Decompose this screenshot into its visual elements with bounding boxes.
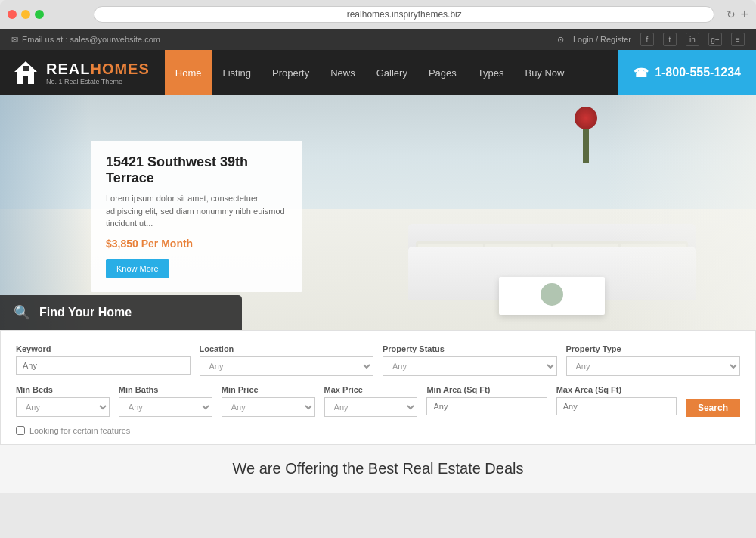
twitter-icon[interactable]: t [663,33,677,46]
search-row-2: Min Beds Any Min Baths Any Min Price Any… [16,385,740,417]
googleplus-icon[interactable]: g+ [708,33,722,46]
min-price-label: Min Price [222,385,315,394]
min-baths-field: Min Baths Any [119,385,212,417]
kitchen-area [605,95,756,330]
bottom-title: We are Offering the Best Real Estate Dea… [15,460,741,477]
find-your-home-text: Find Your Home [39,306,132,319]
nav-item-property[interactable]: Property [262,50,320,95]
main-nav: Home Listing Property News Gallery Pages… [165,50,618,95]
status-label: Property Status [383,344,557,353]
url-text: realhomes.inspirythemes.biz [347,9,462,20]
refresh-icon[interactable]: ↻ [727,8,736,20]
svg-rect-1 [23,66,29,71]
max-price-field: Max Price Any [324,385,418,417]
browser-window: realhomes.inspirythemes.biz ↻ + [0,0,756,29]
website-content: ✉ Email us at : sales@yourwebsite.com ⊙ … [0,29,756,493]
min-area-label: Min Area (Sq Ft) [426,385,547,394]
search-bar-overlay: 🔍 Find Your Home [0,295,242,330]
max-price-select[interactable]: Any [324,397,418,417]
keyword-label: Keyword [16,344,191,353]
type-label: Property Type [566,344,741,353]
logo-text: REALHOMES No. 1 Real Estate Theme [46,60,150,86]
min-baths-select[interactable]: Any [119,397,212,417]
main-header: REALHOMES No. 1 Real Estate Theme Home L… [0,50,756,95]
max-area-field: Max Area (Sq Ft) [556,385,677,417]
max-area-label: Max Area (Sq Ft) [556,385,677,394]
min-baths-label: Min Baths [119,385,212,394]
email-icon: ✉ [11,35,18,45]
top-bar-left: ✉ Email us at : sales@yourwebsite.com [11,35,160,45]
location-select[interactable]: Any [200,356,374,376]
nav-item-news[interactable]: News [320,50,366,95]
svg-marker-0 [14,61,37,84]
max-area-input[interactable] [556,397,677,415]
new-tab-icon[interactable]: + [740,7,748,23]
logo-icon [11,58,40,87]
min-price-field: Min Price Any [222,385,315,417]
email-text: Email us at : sales@yourwebsite.com [22,35,160,44]
linkedin-icon[interactable]: in [686,33,699,46]
search-icon: 🔍 [14,304,30,321]
browser-titlebar: realhomes.inspirythemes.biz ↻ + [0,6,756,29]
keyword-field: Keyword [16,344,191,376]
nav-item-home[interactable]: Home [165,50,212,95]
location-label: Location [200,344,374,353]
features-label: Looking for certain features [29,426,130,435]
search-button[interactable]: Search [686,399,740,417]
search-form: Keyword Location Any Property Status Any… [0,330,756,445]
property-description: Lorem ipsum dolor sit amet, consectetuer… [106,192,287,230]
nav-item-types[interactable]: Types [467,50,515,95]
nav-item-buynow[interactable]: Buy Now [514,50,575,95]
min-beds-select[interactable]: Any [16,397,110,417]
phone-bar: ☎ 1-800-555-1234 [618,50,756,95]
min-beds-field: Min Beds Any [16,385,110,417]
min-beds-label: Min Beds [16,385,110,394]
nav-item-gallery[interactable]: Gallery [366,50,418,95]
top-bar: ✉ Email us at : sales@yourwebsite.com ⊙ … [0,29,756,50]
type-field: Property Type Any [566,344,741,376]
max-price-label: Max Price [324,385,418,394]
minimize-dot[interactable] [21,10,30,19]
know-more-button[interactable]: Know More [106,259,169,278]
search-row-1: Keyword Location Any Property Status Any… [16,344,740,376]
flowers-decor [575,103,597,163]
min-area-field: Min Area (Sq Ft) [426,385,547,417]
hero-section: 15421 Southwest 39th Terrace Lorem ipsum… [0,95,756,330]
features-section: Looking for certain features [16,426,740,435]
type-select[interactable]: Any [566,356,741,376]
property-card: 15421 Southwest 39th Terrace Lorem ipsum… [91,141,302,292]
features-checkbox[interactable] [16,426,25,435]
location-field: Location Any [200,344,374,376]
bottom-section: We are Offering the Best Real Estate Dea… [0,445,756,493]
login-link[interactable]: Login / Register [573,35,631,44]
phone-number: 1-800-555-1234 [655,66,741,79]
nav-item-pages[interactable]: Pages [418,50,467,95]
property-price: $3,850 Per Month [106,238,287,250]
rss-icon[interactable]: ≡ [731,33,745,46]
logo[interactable]: REALHOMES No. 1 Real Estate Theme [11,58,150,87]
coffee-table-decor [499,277,605,315]
status-select[interactable]: Any [383,356,557,376]
address-bar[interactable]: realhomes.inspirythemes.biz [94,6,714,23]
close-dot[interactable] [8,10,17,19]
keyword-input[interactable] [16,356,191,375]
min-area-input[interactable] [426,397,547,415]
top-bar-right: ⊙ Login / Register f t in g+ ≡ [557,33,745,46]
maximize-dot[interactable] [35,10,44,19]
status-field: Property Status Any [383,344,557,376]
phone-icon: ☎ [634,66,649,80]
property-title: 15421 Southwest 39th Terrace [106,154,287,186]
login-icon: ⊙ [557,35,564,45]
nav-item-listing[interactable]: Listing [212,50,262,95]
facebook-icon[interactable]: f [640,33,654,46]
min-price-select[interactable]: Any [222,397,315,417]
